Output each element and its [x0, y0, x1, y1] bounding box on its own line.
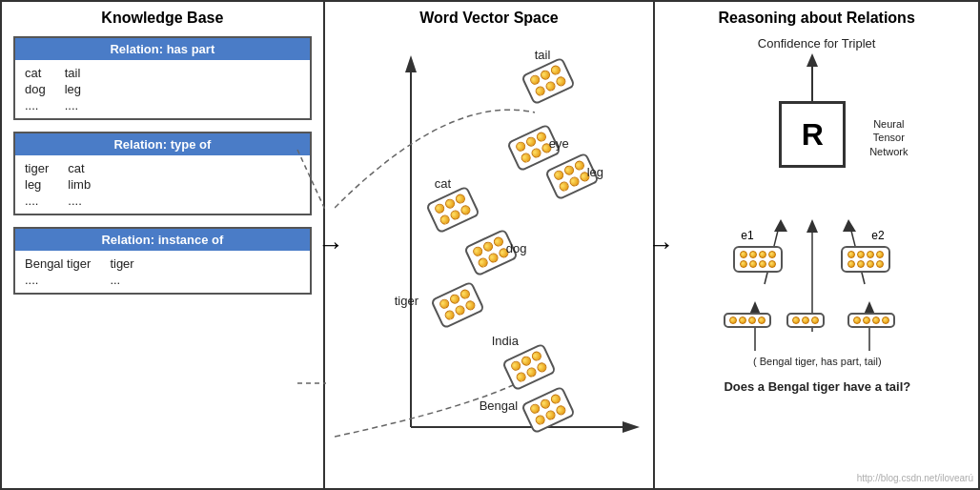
kb-r2-c2-r2: ... — [110, 273, 133, 287]
vec-label-eye: eye — [549, 136, 569, 151]
wv-inner: tail eye leg — [335, 36, 644, 480]
kb-r0-c2-r2: leg — [65, 82, 81, 96]
vec-label-tail: tail — [535, 48, 551, 62]
relation-header-type-of: Relation: type of — [15, 133, 310, 155]
e2-label: e2 — [871, 229, 884, 242]
vec-group-dog: dog — [468, 236, 514, 269]
panel-reasoning: Reasoning about Relations — [655, 2, 978, 488]
vec-group-tail: tail — [525, 65, 571, 97]
vec-group-leg: leg — [549, 160, 595, 193]
neural-tensor-network-label: NeuralTensorNetwork — [855, 117, 922, 158]
vec-group-eye: eye — [511, 132, 557, 164]
vec-label-tiger: tiger — [395, 294, 419, 308]
relation-box-instance-of: Relation: instance of Bengal tiger .... … — [13, 227, 312, 295]
e1-group: e1 — [733, 246, 783, 273]
cube-r: R — [779, 101, 846, 168]
e2-sub-group — [847, 313, 895, 328]
middle-sub-group — [786, 313, 825, 328]
relation-col-left-2: Bengal tiger .... — [25, 256, 91, 287]
relation-content-instance-of: Bengal tiger .... tiger ... — [15, 251, 310, 293]
svg-marker-7 — [806, 53, 818, 67]
kb-r0-c2-r3: .... — [65, 98, 81, 112]
relation-col-left-1: tiger leg .... — [25, 161, 49, 208]
vec-group-india: India — [506, 351, 552, 383]
panel-knowledge-base: Knowledge Base Relation: has part cat do… — [2, 2, 325, 488]
kb-r0-c1-r3: .... — [25, 98, 46, 112]
kb-r1-c2-r2: limb — [68, 177, 91, 192]
kb-r1-c2-r3: .... — [68, 194, 91, 208]
kb-r0-c1-r2: dog — [25, 82, 46, 96]
vec-group-cat: cat — [430, 194, 476, 226]
kb-r1-c1-r2: leg — [25, 177, 49, 192]
vec-group-bengal: Bengal — [525, 394, 571, 426]
relation-col-right-2: tiger ... — [110, 256, 133, 287]
kb-title: Knowledge Base — [101, 10, 223, 27]
svg-marker-5 — [623, 421, 640, 433]
vec-label-bengal: Bengal — [480, 398, 518, 413]
e1-label: e1 — [741, 229, 753, 242]
svg-marker-9 — [774, 219, 787, 232]
e1-sub-group — [724, 313, 771, 328]
svg-marker-11 — [843, 219, 856, 232]
kb-r1-c1-r1: tiger — [25, 161, 49, 175]
kb-r2-c1-r2: .... — [25, 273, 91, 287]
confidence-label: Confidence for Triplet — [758, 36, 876, 51]
relation-box-type-of: Relation: type of tiger leg .... cat lim… — [13, 132, 312, 215]
e2-group: e2 — [841, 246, 890, 273]
cube-r-label: R — [802, 117, 824, 153]
arrow-wv-to-r: → — [647, 230, 674, 260]
kb-r2-c1-r1: Bengal tiger — [25, 256, 91, 271]
kb-r1-c1-r3: .... — [25, 194, 49, 208]
svg-marker-17 — [806, 219, 818, 233]
vec-label-india: India — [492, 334, 519, 348]
relation-header-instance-of: Relation: instance of — [15, 229, 310, 251]
relation-header-has-part: Relation: has part — [15, 38, 310, 60]
reasoning-title: Reasoning about Relations — [719, 10, 915, 27]
kb-r0-c1-r1: cat — [25, 66, 46, 80]
vec-label-cat: cat — [435, 176, 451, 191]
wv-title: Word Vector Space — [419, 10, 559, 27]
triplet-text: ( Bengal tiger, has part, tail) — [669, 356, 965, 367]
question-text: Does a Bengal tiger have a tail? — [669, 379, 965, 394]
kb-r1-c2-r1: cat — [68, 161, 91, 175]
watermark: http://blog.csdn.net/ilovearú — [857, 473, 973, 483]
arrow-kb-to-wv: → — [317, 230, 344, 260]
relation-col-left-0: cat dog .... — [25, 66, 46, 112]
kb-r0-c2-r1: tail — [65, 66, 81, 80]
relation-col-right-0: tail leg .... — [65, 66, 81, 112]
relation-col-right-1: cat limb .... — [68, 161, 91, 208]
vec-label-dog: dog — [506, 241, 527, 255]
relation-box-has-part: Relation: has part cat dog .... tail leg… — [13, 36, 312, 120]
vec-group-tiger: tiger — [435, 289, 480, 321]
relation-content-type-of: tiger leg .... cat limb .... — [15, 155, 310, 214]
svg-marker-3 — [405, 55, 417, 72]
reasoning-inner: Confidence for Triplet R NeuralTensorNet… — [664, 36, 969, 480]
relation-content-has-part: cat dog .... tail leg .... — [15, 60, 310, 118]
main-container: Knowledge Base Relation: has part cat do… — [0, 0, 980, 490]
panel-word-vector: Word Vector Space — [325, 2, 656, 488]
kb-r2-c2-r1: tiger — [110, 256, 133, 271]
vec-label-leg: leg — [587, 165, 603, 179]
